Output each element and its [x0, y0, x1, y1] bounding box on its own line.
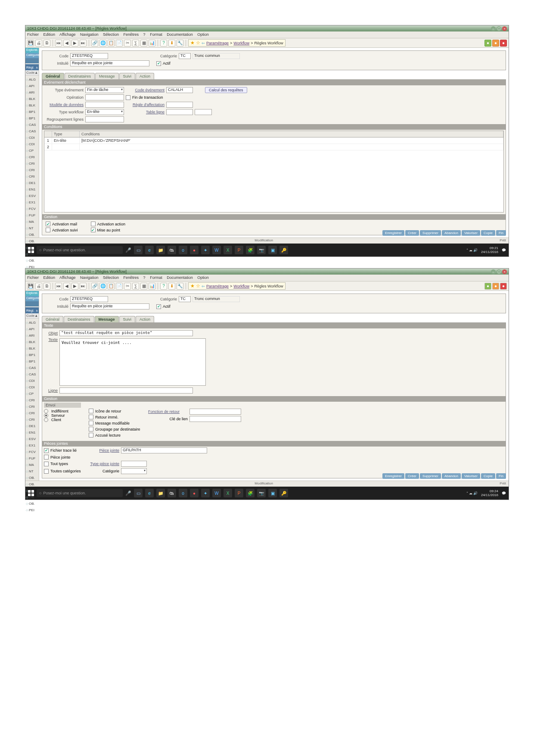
- btn-valoriser[interactable]: Valoriser: [462, 230, 480, 236]
- tk-store-icon[interactable]: 🛍: [168, 246, 176, 254]
- tab-action[interactable]: Action: [136, 73, 154, 79]
- tb-red-icon[interactable]: ●: [500, 40, 507, 47]
- menu-edition[interactable]: Edition: [43, 32, 56, 37]
- tb-cut-icon[interactable]: ✂: [124, 283, 131, 290]
- tb-tool-icon[interactable]: 🔧: [177, 283, 183, 290]
- list-item[interactable]: ARI: [26, 332, 38, 339]
- radio-indifferent[interactable]: [44, 409, 48, 413]
- tab-general[interactable]: Général: [42, 73, 64, 79]
- menu-help[interactable]: ?: [143, 32, 146, 37]
- btn-abandon[interactable]: Abandon: [442, 473, 461, 479]
- sidebar-tab-2[interactable]: Catégorie: [25, 296, 39, 301]
- type-pj-input[interactable]: [121, 461, 147, 467]
- tray-icons[interactable]: ˄ ☁ 🔊: [466, 491, 478, 495]
- modele-input[interactable]: [85, 102, 124, 108]
- table-row[interactable]: 1 En-tête [M:DIA]COD='ZREPSHANP': [44, 137, 503, 144]
- ligne-input[interactable]: [59, 387, 193, 394]
- list-item[interactable]: CDI: [26, 134, 38, 141]
- star-icon[interactable]: ★: [190, 40, 195, 46]
- menu-fichier[interactable]: Fichier: [27, 275, 39, 280]
- regle-label[interactable]: Règle d'affectation: [126, 103, 165, 107]
- tab-suivi[interactable]: Suivi: [119, 73, 136, 79]
- tab-message[interactable]: Message: [95, 73, 119, 79]
- list-item[interactable]: EX1: [26, 199, 38, 206]
- tb-down-icon[interactable]: ⬇: [168, 283, 175, 290]
- piece-jointe-label[interactable]: Pièce jointe: [89, 448, 119, 453]
- sidebar-tab-4[interactable]: Règl.±: [25, 64, 39, 70]
- list-item[interactable]: CRI: [26, 173, 38, 180]
- left-arrow-icon[interactable]: ⇦: [202, 41, 205, 45]
- tk-word-icon[interactable]: W: [212, 246, 221, 254]
- start-icon[interactable]: [28, 247, 34, 253]
- table-row[interactable]: 2: [44, 144, 503, 150]
- tk-chrome-icon[interactable]: ●: [190, 489, 199, 497]
- code-input[interactable]: ZTESTREQ: [70, 53, 108, 59]
- tk-explorer-icon[interactable]: 📁: [156, 246, 165, 254]
- list-item[interactable]: FUF: [26, 455, 38, 462]
- list-item[interactable]: EN1: [26, 186, 38, 193]
- list-item[interactable]: FCV: [26, 206, 38, 212]
- list-item[interactable]: BP1: [26, 352, 38, 358]
- tk-chrome-icon[interactable]: ●: [190, 246, 199, 254]
- mic-icon[interactable]: 🎤: [125, 247, 131, 253]
- breadcrumb-param[interactable]: Paramétrage: [206, 41, 229, 45]
- list-item[interactable]: BP1: [26, 115, 38, 122]
- tb-prev-icon[interactable]: ◀: [63, 40, 70, 47]
- list-item[interactable]: ALG: [26, 319, 38, 326]
- sidebar-tab-1[interactable]: Explorat.: [25, 291, 39, 296]
- tk-app-icon[interactable]: ✦: [201, 246, 210, 254]
- sidebar-tab-4[interactable]: Règl.±: [25, 307, 39, 313]
- list-item[interactable]: CRI: [26, 416, 38, 423]
- list-item[interactable]: NT: [26, 225, 38, 231]
- tb-first-icon[interactable]: ⏮: [55, 40, 62, 47]
- list-item[interactable]: ALG: [26, 76, 38, 83]
- tb-chart-icon[interactable]: 📊: [149, 283, 155, 290]
- act-action-checkbox[interactable]: [91, 222, 96, 226]
- btn-supprimer[interactable]: Supprimer: [420, 230, 441, 236]
- btn-abandon[interactable]: Abandon: [442, 230, 461, 236]
- menu-option[interactable]: Option: [197, 275, 209, 280]
- sidebar-tab-1[interactable]: Explorat.: [25, 48, 39, 53]
- tab-destinataires[interactable]: Destinataires: [65, 73, 95, 79]
- tk-edge-icon[interactable]: e: [145, 246, 154, 254]
- list-item[interactable]: OB.: [26, 257, 38, 264]
- tb-copy-icon[interactable]: 📋: [108, 40, 115, 47]
- tb-red-icon[interactable]: ●: [500, 283, 507, 290]
- list-item[interactable]: API: [26, 83, 38, 89]
- menu-affichage[interactable]: Affichage: [59, 275, 75, 280]
- intitule-input[interactable]: Requête en pièce jointe: [70, 303, 149, 309]
- star-outline-icon[interactable]: ☆: [196, 283, 200, 289]
- act-suivi-checkbox[interactable]: [46, 228, 50, 232]
- start-icon[interactable]: [28, 490, 34, 496]
- menu-help[interactable]: ?: [143, 275, 146, 280]
- map-checkbox[interactable]: ✔: [91, 228, 96, 232]
- tb-grid-icon[interactable]: ▦: [140, 40, 147, 47]
- menu-option[interactable]: Option: [197, 32, 209, 37]
- tk-taskview-icon[interactable]: ▭: [134, 246, 143, 254]
- menu-selection[interactable]: Sélection: [103, 32, 119, 37]
- tb-link-icon[interactable]: 🔗: [91, 40, 98, 47]
- act-mail-checkbox[interactable]: ✔: [46, 222, 50, 226]
- list-item[interactable]: ESV: [26, 193, 38, 199]
- piece-jointe-input[interactable]: GFILPATH: [121, 447, 207, 453]
- tb-first-icon[interactable]: ⏮: [55, 283, 62, 290]
- btn-enregistrer[interactable]: Enregistrer: [382, 473, 404, 479]
- minimize-icon[interactable]: –: [491, 26, 496, 31]
- type-pj-label[interactable]: Type pièce jointe: [89, 462, 119, 466]
- tb-save-icon[interactable]: 💾: [27, 40, 34, 47]
- maximize-icon[interactable]: ▢: [497, 26, 501, 31]
- list-item[interactable]: CDI: [26, 378, 38, 384]
- tk-app2-icon[interactable]: 🧩: [246, 489, 255, 497]
- tb-prev-icon[interactable]: ◀: [63, 283, 70, 290]
- list-item[interactable]: OB.: [26, 475, 38, 481]
- table-ligne-input[interactable]: [166, 109, 193, 115]
- tk-app3-icon[interactable]: 📷: [257, 489, 266, 497]
- menu-fichier[interactable]: Fichier: [27, 32, 39, 37]
- tk-app2-icon[interactable]: 🧩: [246, 246, 255, 254]
- tb-green-icon[interactable]: ●: [484, 40, 491, 47]
- btn-supprimer[interactable]: Supprimer: [420, 473, 441, 479]
- tk-explorer-icon[interactable]: 📁: [156, 489, 165, 497]
- tab-message[interactable]: Message: [95, 316, 119, 322]
- tab-suivi[interactable]: Suivi: [119, 316, 136, 322]
- retour-immed-checkbox[interactable]: [89, 415, 93, 419]
